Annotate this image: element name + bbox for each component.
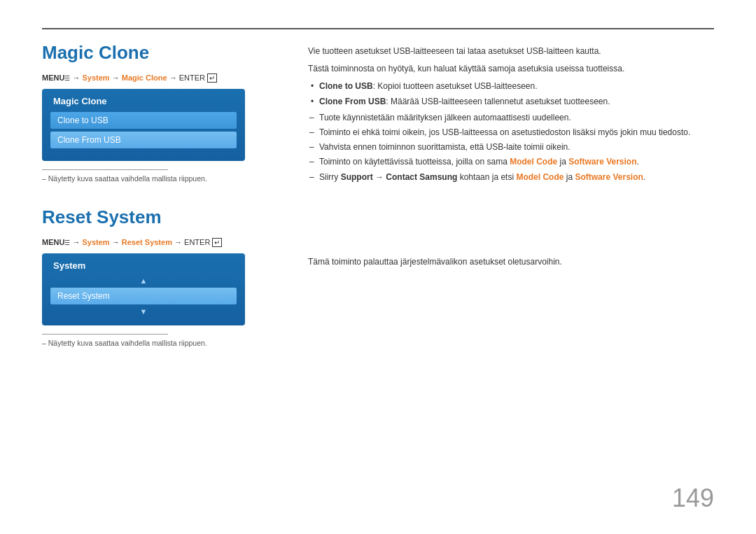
bullet-clone-from-usb-bold: Clone From USB: [319, 97, 386, 106]
magic-clone-dashes: Tuote käynnistetään määrityksen jälkeen …: [308, 111, 714, 184]
menu-prefix: MENU: [42, 73, 64, 82]
magic-clone-bullets: Clone to USB: Kopioi tuotteen asetukset …: [308, 80, 714, 108]
bullet-clone-from-usb-text: : Määrää USB-laitteeseen tallennetut ase…: [386, 97, 610, 106]
menu-arrow-5: →: [112, 238, 122, 246]
menu-arrow-6: → ENTER: [174, 238, 212, 246]
reset-system-title: Reset System: [42, 206, 280, 228]
magic-clone-title: Magic Clone: [42, 42, 280, 64]
reset-system-left: Reset System MENU☰ → System → Reset Syst…: [42, 206, 280, 347]
magic-clone-box-title: Magic Clone: [50, 96, 237, 106]
note-dash-2: –: [42, 339, 48, 347]
reset-system-note: – Näytetty kuva saattaa vaihdella mallis…: [42, 339, 280, 347]
menu-arrow-3: → ENTER: [169, 73, 207, 82]
menu-enter-icon-2: ↵: [212, 238, 222, 247]
top-divider: [42, 28, 714, 29]
support-bold: Support: [341, 172, 373, 182]
dash-item-2: Toiminto ei ehkä toimi oikein, jos USB-l…: [308, 126, 714, 139]
reset-system-menu-path: MENU☰ → System → Reset System → ENTER ↵: [42, 238, 280, 246]
menu-icon-1: ☰: [64, 75, 70, 82]
bullet-clone-to-usb-bold: Clone to USB: [319, 81, 373, 91]
menu-reset-system: Reset System: [122, 238, 172, 246]
reset-system-right: Tämä toiminto palauttaa järjestelmävalik…: [308, 206, 714, 347]
clone-to-usb-item[interactable]: Clone to USB: [50, 112, 237, 129]
reset-system-divider: [42, 334, 168, 335]
menu-system-1: System: [83, 73, 110, 82]
reset-system-box-title: System: [50, 260, 237, 271]
menu-arrow-4: →: [72, 238, 82, 246]
magic-clone-desc-2: Tästä toiminnosta on hyötyä, kun haluat …: [308, 62, 714, 76]
menu-system-2: System: [83, 238, 110, 246]
note-dash-1: –: [42, 174, 48, 183]
menu-arrow-1: →: [72, 73, 82, 82]
dash-item-3: Vahvista ennen toiminnon suorittamista, …: [308, 141, 714, 154]
magic-clone-menu-path: MENU☰ → System → Magic Clone → ENTER ↵: [42, 73, 280, 82]
up-arrow-icon: ▲: [50, 276, 237, 285]
magic-clone-note: – Näytetty kuva saattaa vaihdella mallis…: [42, 174, 280, 183]
contact-samsung-bold: Contact Samsung: [386, 172, 457, 182]
magic-clone-left: Magic Clone MENU☰ → System → Magic Clone…: [42, 42, 280, 185]
model-code-1: Model Code: [510, 157, 557, 167]
dash-item-1: Tuote käynnistetään määrityksen jälkeen …: [308, 111, 714, 125]
magic-clone-right: Vie tuotteen asetukset USB-laitteeseen t…: [308, 42, 714, 185]
model-code-2: Model Code: [516, 172, 564, 182]
reset-system-ui-box: System ▲ Reset System ▼: [42, 253, 245, 325]
down-arrow-icon: ▼: [50, 307, 237, 316]
reset-system-desc: Tämä toiminto palauttaa järjestelmävalik…: [308, 255, 714, 269]
bullet-clone-to-usb: Clone to USB: Kopioi tuotteen asetukset …: [308, 80, 714, 93]
bullet-clone-from-usb: Clone From USB: Määrää USB-laitteeseen t…: [308, 95, 714, 108]
menu-icon-2: ☰: [64, 239, 70, 246]
dash-item-4: Toiminto on käytettävissä tuotteissa, jo…: [308, 155, 714, 169]
software-version-1: Software Version: [568, 157, 636, 167]
dash-item-5: Siirry Support → Contact Samsung kohtaan…: [308, 171, 714, 184]
clone-from-usb-item[interactable]: Clone From USB: [50, 132, 237, 148]
reset-system-section: Reset System MENU☰ → System → Reset Syst…: [42, 206, 714, 347]
bullet-clone-to-usb-text: : Kopioi tuotteen asetukset USB-laittees…: [373, 81, 538, 91]
menu-magic-clone: Magic Clone: [122, 73, 167, 82]
menu-arrow-2: →: [112, 73, 122, 82]
menu-prefix-2: MENU: [42, 238, 64, 246]
menu-enter-icon-1: ↵: [207, 73, 217, 83]
magic-clone-desc-1: Vie tuotteen asetukset USB-laitteeseen t…: [308, 45, 714, 58]
reset-system-item[interactable]: Reset System: [50, 288, 237, 304]
magic-clone-section: Magic Clone MENU☰ → System → Magic Clone…: [42, 42, 714, 185]
page-container: Magic Clone MENU☰ → System → Magic Clone…: [0, 0, 756, 534]
page-number: 149: [672, 484, 714, 513]
software-version-2: Software Version: [575, 172, 643, 182]
magic-clone-divider: [42, 169, 168, 170]
content-area: Magic Clone MENU☰ → System → Magic Clone…: [42, 28, 714, 347]
magic-clone-ui-box: Magic Clone Clone to USB Clone From USB: [42, 89, 245, 161]
